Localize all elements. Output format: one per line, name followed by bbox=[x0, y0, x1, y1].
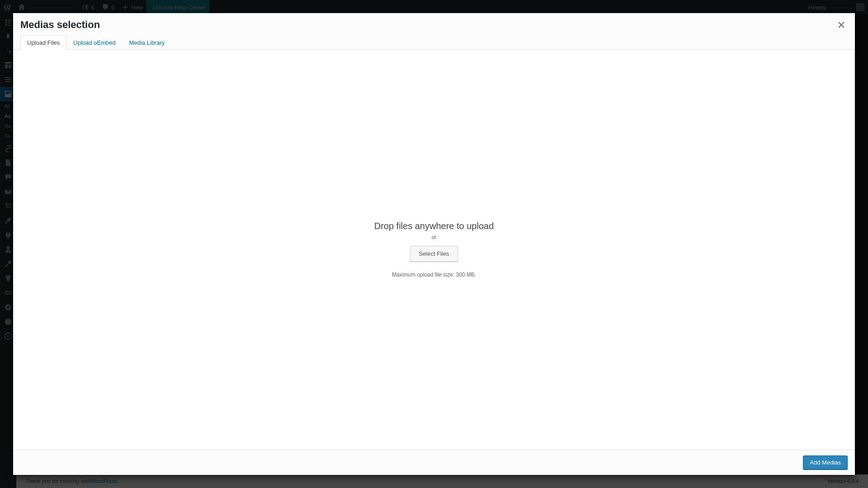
close-icon bbox=[838, 22, 844, 28]
tab-upload-files[interactable]: Upload Files bbox=[20, 35, 66, 50]
modal-body: Drop files anywhere to upload or Select … bbox=[13, 50, 855, 450]
close-button[interactable] bbox=[833, 17, 849, 33]
select-files-button[interactable]: Select Files bbox=[410, 246, 458, 262]
modal-title: Medias selection bbox=[20, 19, 848, 32]
tab-media-library[interactable]: Media Library bbox=[123, 35, 172, 50]
media-modal: Medias selection Upload Files Upload oEm… bbox=[13, 13, 855, 475]
modal-tabs: Upload Files Upload oEmbed Media Library bbox=[13, 32, 855, 50]
uploader-title: Drop files anywhere to upload bbox=[374, 221, 494, 231]
tab-upload-oembed[interactable]: Upload oEmbed bbox=[66, 35, 122, 50]
uploader-or: or bbox=[374, 234, 494, 240]
uploader-hint: Maximum upload file size: 300 MB. bbox=[374, 272, 494, 278]
modal-header: Medias selection bbox=[13, 13, 855, 32]
add-medias-button[interactable]: Add Medias bbox=[803, 455, 848, 469]
uploader-dropzone[interactable]: Drop files anywhere to upload or Select … bbox=[374, 221, 494, 278]
modal-footer: Add Medias bbox=[13, 450, 855, 475]
